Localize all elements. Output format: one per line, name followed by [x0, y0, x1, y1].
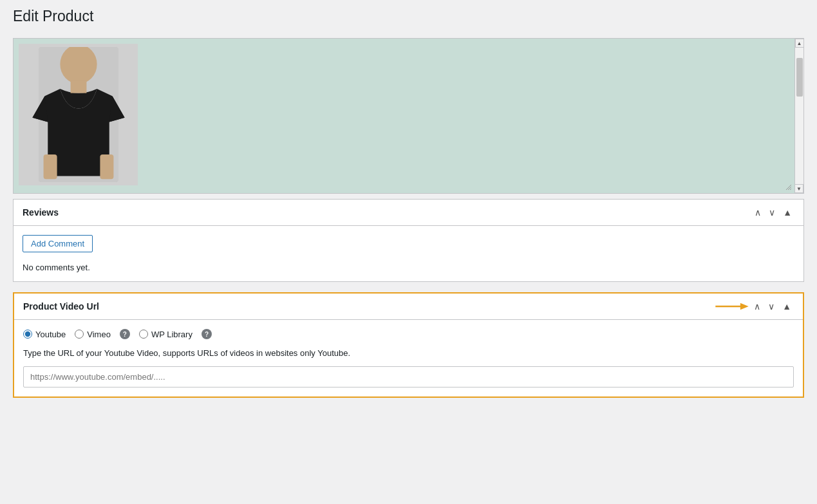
arrow-indicator [713, 301, 751, 312]
wplibrary-option[interactable]: WP Library [139, 330, 193, 339]
scroll-down-arrow[interactable]: ▼ [794, 184, 803, 193]
page-wrapper: Edit Product [0, 0, 817, 504]
reviews-section-title: Reviews [23, 207, 752, 218]
video-chevron-down-btn[interactable]: ∨ [765, 300, 777, 313]
youtube-radio[interactable] [23, 330, 32, 339]
vimeo-option[interactable]: Vimeo [75, 330, 111, 339]
vimeo-label: Vimeo [87, 330, 111, 339]
vertical-scrollbar[interactable]: ▲ ▼ [794, 39, 803, 193]
image-scroll-area: ▲ ▼ [14, 39, 803, 193]
no-comments-text: No comments yet. [23, 260, 794, 272]
product-image [19, 44, 138, 185]
vimeo-help-icon[interactable]: ? [120, 329, 130, 339]
video-arrow-up-btn[interactable]: ▲ [780, 300, 794, 313]
svg-rect-4 [70, 81, 86, 93]
reviews-section-body: Add Comment No comments yet. [14, 226, 803, 281]
video-url-input[interactable] [23, 366, 794, 387]
reviews-chevron-up-btn[interactable]: ∧ [752, 206, 764, 219]
youtube-option[interactable]: Youtube [23, 330, 66, 339]
wplibrary-help-icon[interactable]: ? [202, 329, 212, 339]
video-description: Type the URL of your Youtube Video, supp… [23, 347, 794, 360]
svg-rect-3 [100, 154, 113, 179]
video-section-title: Product Video Url [23, 301, 706, 312]
wplibrary-radio[interactable] [139, 330, 148, 339]
reviews-section-header: Reviews ∧ ∨ ▲ [14, 200, 803, 226]
video-section-controls: ∧ ∨ ▲ [751, 300, 794, 313]
reviews-section: Reviews ∧ ∨ ▲ Add Comment No comments ye… [13, 199, 804, 282]
reviews-section-controls: ∧ ∨ ▲ [752, 206, 794, 219]
video-section-header: Product Video Url ∧ ∨ ▲ [14, 294, 803, 320]
wplibrary-label: WP Library [151, 330, 193, 339]
reviews-arrow-up-btn[interactable]: ▲ [780, 206, 794, 219]
vimeo-radio[interactable] [75, 330, 84, 339]
section-divider-2 [13, 282, 804, 287]
arrow-right-svg [713, 301, 751, 312]
reviews-chevron-down-btn[interactable]: ∨ [766, 206, 778, 219]
resize-handle[interactable] [784, 183, 793, 192]
video-source-radio-group: Youtube Vimeo ? WP Library ? [23, 329, 794, 339]
page-title: Edit Product [13, 8, 804, 30]
tshirt-svg [24, 47, 133, 182]
video-chevron-up-btn[interactable]: ∧ [751, 300, 763, 313]
section-divider-1 [13, 194, 804, 199]
image-section: ▲ ▼ [13, 38, 804, 194]
youtube-label: Youtube [35, 330, 66, 339]
scroll-thumb[interactable] [796, 58, 803, 97]
video-section-body: Youtube Vimeo ? WP Library ? Type the UR… [14, 320, 803, 397]
add-comment-button[interactable]: Add Comment [23, 235, 93, 252]
svg-marker-6 [740, 303, 749, 310]
video-section: Product Video Url ∧ ∨ ▲ Youtube [13, 292, 804, 398]
scroll-up-arrow[interactable]: ▲ [795, 39, 804, 48]
svg-rect-2 [43, 154, 57, 179]
